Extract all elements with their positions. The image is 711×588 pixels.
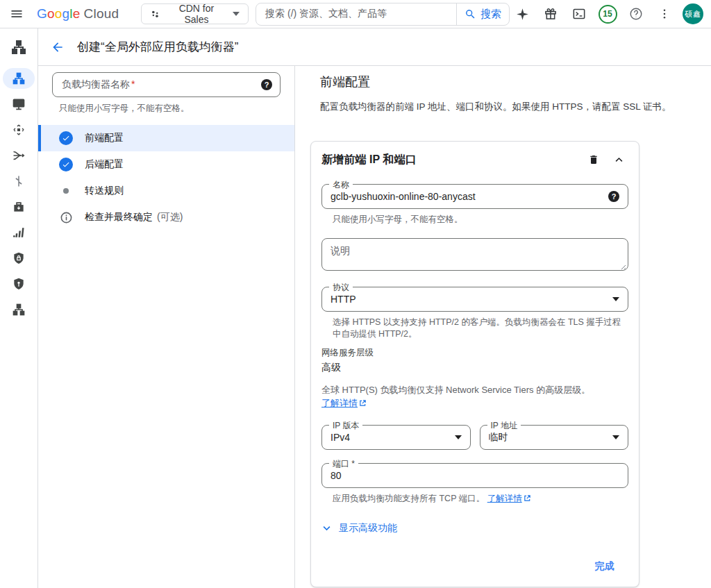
done-button[interactable]: 完成 [594, 560, 614, 573]
nav-serverless-neg[interactable] [3, 94, 35, 115]
nav-network-intelligence[interactable] [3, 222, 35, 243]
show-advanced-toggle[interactable]: 显示高级功能 [321, 522, 397, 535]
wizard-steps-panel: 负载均衡器名称* ? 只能使用小写字母，不能有空格。 前端配置 [38, 66, 295, 588]
frontend-name-value: gclb-yushuoxin-online-80-anycast [331, 191, 608, 202]
nav-network-security[interactable] [3, 248, 35, 269]
network-services-product-icon [10, 28, 27, 66]
hamburger-menu-button[interactable] [4, 1, 28, 26]
delete-frontend-button[interactable] [584, 150, 603, 169]
nav-load-balancing[interactable] [3, 68, 35, 89]
step-label-suffix: (可选) [157, 211, 183, 224]
google-cloud-logo: Google Cloud [37, 6, 119, 22]
lb-name-helper: 只能使用小写字母，不能有空格。 [59, 103, 281, 115]
hamburger-icon [10, 7, 24, 21]
check-circle-icon [59, 131, 73, 145]
network-branch-icon [12, 174, 26, 188]
lb-name-placeholder: 负载均衡器名称* [62, 78, 135, 91]
port-learn-more-link[interactable]: 了解详情 [487, 494, 531, 503]
nav-network-connectivity[interactable] [3, 119, 35, 140]
search-input[interactable]: 搜索 (/) 资源、文档、产品等 [256, 3, 456, 25]
move-diamond-icon [12, 123, 26, 137]
top-app-bar: Google Cloud CDN for Sales 搜索 (/) 资源、文档、… [0, 0, 711, 28]
search-button[interactable]: 搜索 [456, 3, 509, 25]
gift-icon [544, 7, 558, 21]
load-balancing-icon [12, 72, 26, 85]
account-button[interactable]: 硕鑫 [680, 1, 705, 26]
merge-arrows-icon [12, 149, 26, 162]
chevron-up-icon [614, 155, 624, 165]
port-helper: 应用负载均衡功能支持所有 TCP 端口。 了解详情 [333, 493, 628, 505]
tier-note: 全球 HTTP(S) 负载均衡仅支持 Network Service Tiers… [321, 384, 628, 411]
external-link-icon [524, 494, 531, 504]
step-label: 检查并最终确定 [85, 211, 153, 224]
frontend-ip-port-card: 新增前端 IP 和端口 名称 gclb-yushuoxin-online-80-… [310, 141, 639, 587]
gemini-sparkle-icon [516, 8, 529, 21]
gemini-button[interactable] [510, 1, 535, 26]
logo-cloud-text: Cloud [84, 6, 119, 22]
rail-nav [3, 66, 35, 325]
main-panel: 前端配置 配置负载均衡器的前端 IP 地址、端口和协议。如果使用 HTTPS，请… [295, 66, 711, 588]
nav-hybrid-connectivity[interactable] [3, 145, 35, 166]
lb-name-help-icon[interactable]: ? [261, 79, 272, 90]
cloud-shell-button[interactable] [567, 1, 592, 26]
project-name: CDN for Sales [167, 3, 226, 25]
back-arrow-icon [51, 40, 65, 54]
step-label: 前端配置 [85, 132, 124, 144]
nav-network-topology[interactable] [3, 299, 35, 320]
project-icon [150, 9, 160, 19]
frontend-name-input[interactable]: 名称 gclb-yushuoxin-online-80-anycast ? [321, 184, 628, 209]
global-search: 搜索 (/) 资源、文档、产品等 搜索 [256, 3, 510, 26]
page-title: 创建“全局外部应用负载均衡器” [77, 39, 238, 55]
nav-interconnect[interactable] [3, 171, 35, 192]
protocol-helper: 选择 HTTPS 以支持支持 HTTP/2 的客户端。负载均衡器会在 TLS 握… [333, 317, 628, 340]
external-link-icon [359, 398, 367, 411]
info-circle-icon [59, 210, 73, 224]
storage-box-icon [12, 200, 26, 214]
project-selector[interactable]: CDN for Sales [141, 3, 249, 24]
terminal-icon [572, 7, 586, 21]
frontend-name-help-icon[interactable]: ? [608, 191, 619, 202]
step-backend-config[interactable]: 后端配置 [38, 151, 294, 178]
chevron-down-icon [612, 297, 619, 301]
trial-days-button[interactable]: 15 [595, 1, 620, 26]
kebab-menu-icon [658, 8, 671, 20]
step-review-finalize[interactable]: 检查并最终确定 (可选) [38, 204, 294, 230]
network-topology-icon [12, 303, 26, 317]
check-circle-icon [59, 158, 73, 171]
section-title: 前端配置 [320, 74, 711, 90]
lb-name-input[interactable]: 负载均衡器名称* ? [52, 72, 281, 97]
product-icon-rail [0, 28, 38, 588]
help-icon [629, 7, 643, 21]
trash-icon [588, 154, 599, 165]
description-textarea[interactable] [321, 238, 628, 271]
ip-version-select[interactable]: IP 版本 IPv4 [321, 425, 471, 450]
free-trial-gift-button[interactable] [538, 1, 563, 26]
network-tier-value: 高级 [321, 362, 628, 374]
card-title: 新增前端 IP 和端口 [321, 153, 584, 167]
chevron-down-icon [233, 12, 240, 16]
wizard-steps: 前端配置 后端配置 转送规则 [38, 125, 294, 230]
monitor-network-icon [12, 97, 26, 111]
step-frontend-config[interactable]: 前端配置 [38, 125, 294, 151]
avatar: 硕鑫 [683, 3, 703, 24]
step-routing-rules[interactable]: 转送规则 [38, 178, 294, 204]
back-button[interactable] [44, 33, 72, 61]
chevron-down-icon [321, 523, 332, 533]
nav-certificate-manager[interactable] [3, 274, 35, 294]
step-label: 后端配置 [85, 158, 124, 171]
help-button[interactable] [624, 1, 649, 26]
tier-learn-more-link[interactable]: 了解详情 [321, 398, 367, 408]
trial-days-badge: 15 [599, 5, 617, 24]
frontend-name-label: 名称 [329, 179, 353, 191]
section-description: 配置负载均衡器的前端 IP 地址、端口和协议。如果使用 HTTPS，请配置 SS… [320, 101, 711, 113]
chevron-down-icon [612, 435, 619, 439]
protocol-select[interactable]: 协议 HTTP [321, 287, 628, 312]
search-icon [465, 8, 476, 20]
more-options-button[interactable] [652, 1, 677, 26]
ip-address-select[interactable]: IP 地址 临时 [480, 425, 629, 450]
network-tier-label: 网络服务层级 [321, 347, 628, 359]
description-field-wrap [321, 238, 628, 274]
port-input[interactable]: 端口 * 80 [321, 463, 628, 488]
nav-cloud-cdn[interactable] [3, 196, 35, 217]
collapse-card-button[interactable] [609, 150, 628, 169]
